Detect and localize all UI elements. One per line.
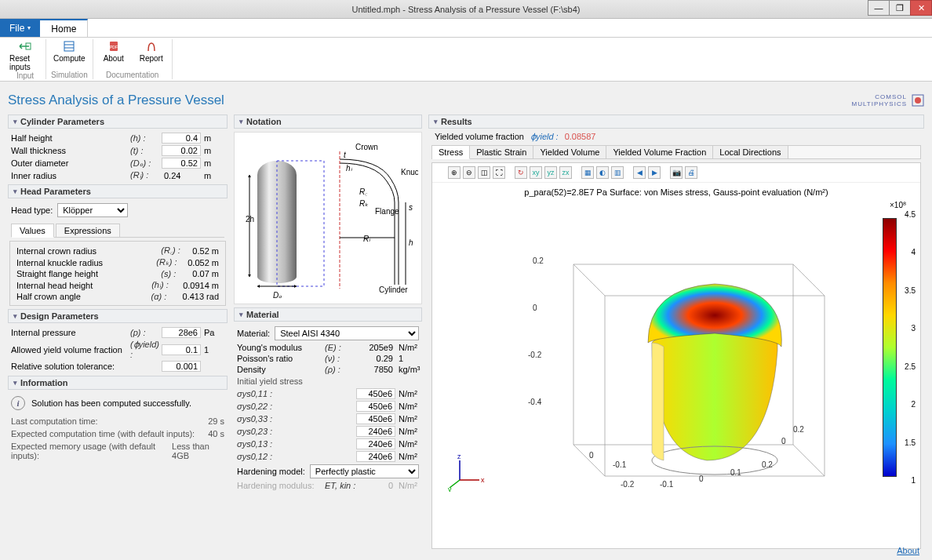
vessel-3d-plot[interactable] <box>526 225 840 515</box>
ym-label: Young's modulus <box>237 343 325 352</box>
svg-text:hᵢ: hᵢ <box>346 164 353 173</box>
hardening-model-label: Hardening model: <box>237 467 305 476</box>
reset-label: Reset inputs <box>9 54 41 71</box>
svg-text:h: h <box>409 238 413 247</box>
ribbon-group-sim: Simulation <box>51 71 88 79</box>
zoom-in-icon[interactable]: ⊕ <box>448 166 461 179</box>
expected-mem-value: Less than 4GB <box>172 442 224 460</box>
footer-about-link[interactable]: About <box>897 546 919 555</box>
view-xy-icon[interactable]: xy <box>530 166 542 179</box>
colorbar <box>883 218 897 477</box>
notation-diagram: Crown Knuckle Flange Cylinder 2h R꜀ Rₖ R… <box>234 132 422 304</box>
prev-icon[interactable]: ◀ <box>633 166 646 179</box>
tab-yielded-volume[interactable]: Yielded Volume <box>533 146 606 158</box>
tab-yielded-volume-fraction[interactable]: Yielded Volume Fraction <box>606 146 713 158</box>
svg-text:2h: 2h <box>246 215 254 224</box>
snapshot-icon[interactable]: 📷 <box>670 166 683 179</box>
notation-header[interactable]: Notation <box>234 115 422 129</box>
reset-inputs-button[interactable]: Reset inputs <box>9 39 41 71</box>
maximize-button[interactable]: ❐ <box>889 0 911 16</box>
about-label: About <box>104 54 124 63</box>
report-button[interactable]: Report <box>136 39 167 63</box>
svg-text:Knuckle: Knuckle <box>401 168 418 176</box>
s023-input[interactable] <box>356 426 395 437</box>
brand-icon <box>912 94 924 107</box>
compute-button[interactable]: Compute <box>53 39 85 63</box>
svg-text:t: t <box>344 151 347 159</box>
plot-title: p_para(52)=2.8E7 Pa Surface: von Mises s… <box>432 183 920 202</box>
about-button[interactable]: PDF About <box>98 39 129 63</box>
sfh-value: 0.07 m <box>192 269 219 278</box>
hardening-model-select[interactable]: Perfectly plastic <box>310 464 419 478</box>
close-button[interactable]: ✕ <box>910 0 932 16</box>
inner-radius-value: 0.24 <box>162 171 201 180</box>
s011-input[interactable] <box>356 388 395 399</box>
tab-local-directions[interactable]: Local Directions <box>713 146 788 158</box>
hca-label: Half crown angle <box>16 292 151 301</box>
s013-input[interactable] <box>356 438 395 449</box>
sfh-label: Straight flange height <box>16 269 161 278</box>
results-header[interactable]: Results <box>428 115 924 129</box>
s033-input[interactable] <box>356 413 395 424</box>
s022-label: σys0,22 : <box>237 402 284 411</box>
zoom-box-icon[interactable]: ◫ <box>478 166 490 179</box>
grid-icon[interactable]: ▦ <box>581 166 594 179</box>
material-header[interactable]: Material <box>234 307 422 322</box>
file-menu-button[interactable]: File ▾ <box>0 19 40 37</box>
print-icon[interactable]: 🖨 <box>685 166 697 179</box>
head-type-select[interactable]: Klöpper <box>57 203 128 217</box>
reset-icon <box>17 39 33 53</box>
yield-fraction-input[interactable] <box>162 344 201 355</box>
svg-rect-1 <box>64 42 74 51</box>
svg-text:R꜀: R꜀ <box>359 187 368 196</box>
tab-stress[interactable]: Stress <box>432 146 470 159</box>
report-icon <box>144 39 159 53</box>
den-label: Density <box>237 365 325 374</box>
pdf-icon: PDF <box>106 39 122 53</box>
compute-icon <box>61 39 77 53</box>
head-tab-expressions[interactable]: Expressions <box>56 224 120 237</box>
head-tab-values[interactable]: Values <box>11 224 54 238</box>
next-icon[interactable]: ▶ <box>648 166 661 179</box>
view-yz-icon[interactable]: yz <box>544 166 557 179</box>
material-select[interactable]: Steel AISI 4340 <box>275 326 419 340</box>
wall-thickness-input[interactable] <box>162 145 201 156</box>
colorbar-exponent: ×10⁸ <box>890 201 906 209</box>
hardening-modulus-label: Hardening modulus: <box>237 481 325 490</box>
inner-radius-label: Inner radius <box>11 171 130 180</box>
tab-home[interactable]: Home <box>40 19 88 37</box>
window-title: Untitled.mph - Stress Analysis of a Pres… <box>351 5 580 14</box>
tab-plastic-strain[interactable]: Plastic Strain <box>470 146 533 158</box>
minimize-button[interactable]: — <box>868 0 890 16</box>
half-height-input[interactable] <box>162 133 201 144</box>
yvf-value: 0.08587 <box>565 132 596 142</box>
outer-diameter-input[interactable] <box>162 158 201 169</box>
transparency-icon[interactable]: ▥ <box>611 166 624 179</box>
zoom-out-icon[interactable]: ⊖ <box>463 166 475 179</box>
axis-triad-icon: z x y <box>448 453 487 492</box>
svg-text:Rᵢ: Rᵢ <box>363 235 371 243</box>
internal-pressure-input[interactable] <box>162 327 201 338</box>
colorbar-ticks: 4.5 4 3.5 3 2.5 2 1.5 1 <box>905 210 916 485</box>
svg-text:s: s <box>409 203 413 212</box>
light-icon[interactable]: ◐ <box>596 166 609 179</box>
ikr-label: Internal knuckle radius <box>16 258 156 267</box>
head-params-header[interactable]: Head Parameters <box>8 184 228 198</box>
rel-tol-input[interactable] <box>162 361 201 372</box>
yvf-label: Yielded volume fraction <box>435 132 524 142</box>
svg-text:Cylinder: Cylinder <box>379 285 408 294</box>
icr-label: Internal crown radius <box>16 246 161 256</box>
cylinder-params-header[interactable]: Cylinder Parameters <box>8 115 228 129</box>
rotate-icon[interactable]: ↻ <box>515 166 527 179</box>
view-zx-icon[interactable]: zx <box>559 166 572 179</box>
svg-text:y: y <box>448 485 452 492</box>
iys-label: Initial yield stress <box>234 375 422 387</box>
svg-point-7 <box>915 97 921 104</box>
s012-input[interactable] <box>356 451 395 462</box>
information-header[interactable]: Information <box>8 376 228 390</box>
last-comp-time-label: Last computation time: <box>11 416 98 426</box>
ribbon-group-doc: Documentation <box>106 71 158 79</box>
design-params-header[interactable]: Design Parameters <box>8 309 228 323</box>
zoom-extents-icon[interactable]: ⛶ <box>493 166 505 179</box>
s022-input[interactable] <box>356 401 395 412</box>
